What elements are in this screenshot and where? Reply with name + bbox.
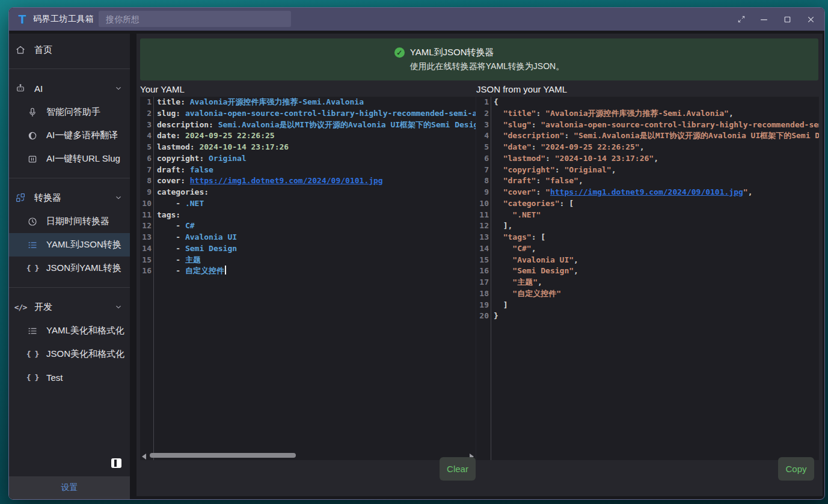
braces-icon: { } [27, 372, 38, 383]
code-line: "date": "2024-09-25 22:26:25", [494, 142, 819, 153]
close-button[interactable] [806, 14, 816, 25]
code-line: "lastmod": "2024-10-14 23:17:26", [494, 153, 819, 165]
code-line: description: Semi.Avalonia是以MIT协议开源的Aval… [157, 120, 476, 131]
code-line: "tags": [ [494, 232, 819, 243]
code-line: - Avalonia UI [157, 232, 476, 243]
window-controls [737, 8, 816, 31]
translate-icon [27, 130, 38, 141]
code-line: - 主题 [157, 255, 476, 266]
code-line: ".NET" [494, 210, 819, 221]
chevron-down-icon[interactable] [114, 303, 123, 311]
code-line: "copyright": "Original", [494, 165, 819, 176]
code-line: "自定义控件" [494, 288, 819, 300]
minimize-button[interactable] [759, 14, 769, 25]
scrollbar-thumb[interactable] [150, 453, 296, 458]
code-line: tags: [157, 210, 476, 221]
code-line: ], [494, 220, 819, 232]
code-line: } [494, 311, 819, 322]
slug-icon [27, 154, 38, 165]
yaml-line-numbers: 12345678910111213141516 [140, 97, 154, 460]
yaml-editor-header: Your YAML [140, 84, 185, 94]
code-line: lastmod: 2024-10-14 23:17:26 [157, 142, 476, 153]
settings-button[interactable]: 设置 [9, 476, 130, 499]
code-line: "C#", [494, 243, 819, 255]
sidebar-groups: AI 智能问答助手 AI一键多语种翻译 AI一键转URL Slug 转换器 日期… [9, 68, 130, 389]
sidebar-scroll: 首页 AI 智能问答助手 AI一键多语种翻译 AI一键转URL Slug 转换器 [9, 34, 130, 476]
sidebar-collapse-button[interactable] [111, 458, 121, 468]
app-window: T 码界工坊工具箱 首页 AI 智能问答助手 AI一键多语种翻译 A [8, 7, 825, 500]
title-bar: T 码界工坊工具箱 [9, 8, 824, 31]
braces-icon: { } [27, 263, 38, 274]
app-logo-icon: T [15, 12, 29, 26]
list-icon [27, 240, 38, 250]
chevron-down-icon[interactable] [114, 84, 123, 93]
code-line: "title": "Avalonia开源控件库强力推荐-Semi.Avaloni… [494, 108, 819, 120]
sidebar-group-converter[interactable]: 转换器 [9, 186, 130, 210]
sidebar-item[interactable]: 智能问答助手 [9, 100, 130, 124]
code-line: "categories": [ [494, 198, 819, 210]
code-line: date: 2024-09-25 22:26:25 [157, 130, 476, 142]
code-icon: </> [15, 302, 26, 312]
sidebar-item[interactable]: YAML美化和格式化 [9, 319, 130, 342]
sidebar-item[interactable]: AI一键转URL Slug [9, 147, 130, 171]
code-line: "主题", [494, 277, 819, 288]
sidebar-divider [9, 178, 130, 178]
swap-icon [15, 192, 26, 203]
code-line: ] [494, 300, 819, 311]
chevron-down-icon[interactable] [114, 193, 123, 202]
sidebar: 首页 AI 智能问答助手 AI一键多语种翻译 AI一键转URL Slug 转换器 [9, 34, 130, 499]
sidebar-item[interactable]: 日期时间转换器 [9, 210, 130, 233]
code-line: draft: false [157, 165, 476, 176]
yaml-code[interactable]: title: Avalonia开源控件库强力推荐-Semi.Avaloniasl… [157, 97, 476, 460]
sidebar-divider [9, 68, 130, 69]
code-line: - .NET [157, 198, 476, 210]
expand-button[interactable] [737, 15, 746, 23]
code-line: - C# [157, 220, 476, 232]
sidebar-item[interactable]: YAML到JSON转换 [9, 233, 130, 257]
sidebar-divider [9, 287, 130, 288]
yaml-editor[interactable]: 12345678910111213141516 title: Avalonia开… [140, 97, 476, 460]
sidebar-item[interactable]: { } JSON到YAML转换 [9, 257, 130, 280]
clock-icon [27, 216, 38, 227]
code-line: title: Avalonia开源控件库强力推荐-Semi.Avalonia [157, 97, 476, 108]
code-line: "slug": "avalonia-open-source-control-li… [494, 120, 819, 131]
code-line: "description": "Semi.Avalonia是以MIT协议开源的A… [494, 130, 819, 142]
list-icon [27, 326, 38, 336]
code-line: "cover": "https://img1.dotnet9.com/2024/… [494, 187, 819, 198]
search-input[interactable] [99, 11, 291, 27]
sidebar-item[interactable]: { } JSON美化和格式化 [9, 342, 130, 366]
code-line: slug: avalonia-open-source-control-libra… [157, 108, 476, 120]
braces-icon: { } [27, 349, 38, 360]
copy-button[interactable]: Copy [778, 457, 814, 481]
yaml-horizontal-scrollbar[interactable] [140, 451, 476, 460]
code-line: categories: [157, 187, 476, 198]
json-editor-header: JSON from your YAML [476, 84, 567, 94]
code-line: cover: https://img1.dotnet9.com/2024/09/… [157, 175, 476, 187]
tool-title: YAML到JSON转换器 [410, 47, 494, 58]
tool-subtitle: 使用此在线转换器将YAML转换为JSON。 [410, 61, 564, 72]
sidebar-group-dev[interactable]: </> 开发 [9, 295, 130, 319]
robot-icon [15, 83, 26, 94]
json-code: { "title": "Avalonia开源控件库强力推荐-Semi.Avalo… [494, 97, 819, 460]
check-circle-icon: ✓ [394, 47, 405, 58]
clear-button[interactable]: Clear [440, 457, 476, 481]
code-line: "Avalonia UI", [494, 255, 819, 266]
code-line: "Semi Design", [494, 266, 819, 277]
json-line-numbers: 1234567891011121314151617181920 [476, 97, 491, 460]
main-content: ✓ YAML到JSON转换器 使用此在线转换器将YAML转换为JSON。 You… [136, 34, 823, 496]
sidebar-item[interactable]: { } Test [9, 366, 130, 389]
tool-banner: ✓ YAML到JSON转换器 使用此在线转换器将YAML转换为JSON。 [140, 38, 818, 80]
home-icon [15, 44, 26, 55]
sidebar-item[interactable]: AI一键多语种翻译 [9, 124, 130, 147]
json-editor[interactable]: 1234567891011121314151617181920 { "title… [476, 97, 819, 460]
code-line: "draft": "false", [494, 175, 819, 187]
maximize-button[interactable] [782, 14, 793, 25]
code-line: - Semi Design [157, 243, 476, 255]
code-line: - 自定义控件 [157, 266, 476, 277]
scroll-left-arrow-icon[interactable] [142, 454, 146, 460]
sidebar-group-ai[interactable]: AI [9, 76, 130, 100]
app-title: 码界工坊工具箱 [33, 14, 94, 25]
code-line: copyright: Original [157, 153, 476, 165]
sidebar-item-home[interactable]: 首页 [9, 38, 130, 61]
code-line: { [494, 97, 819, 108]
